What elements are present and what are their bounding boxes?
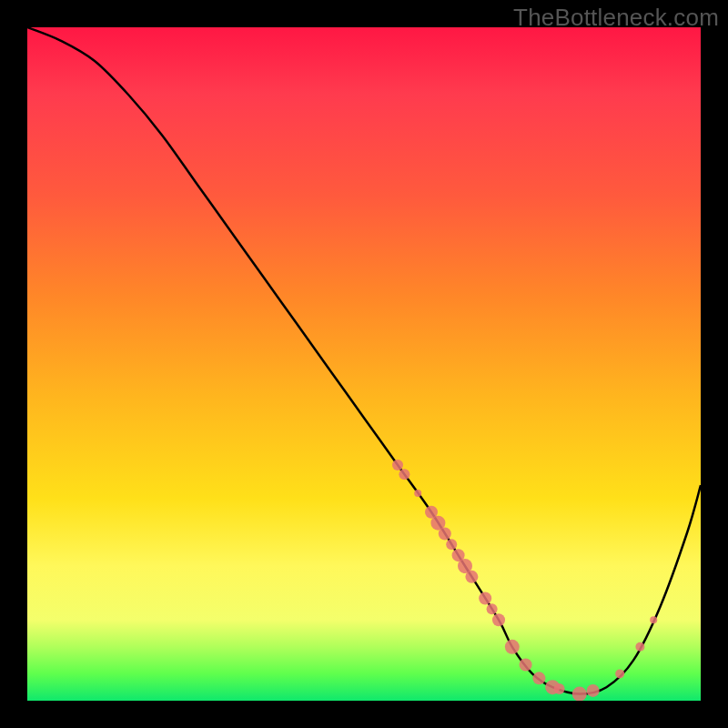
highlight-point xyxy=(520,659,532,672)
chart-container: TheBottleneck.com xyxy=(0,0,728,728)
highlight-point xyxy=(554,683,565,694)
highlight-point xyxy=(532,672,545,684)
highlight-point xyxy=(392,460,403,470)
highlight-point xyxy=(487,603,498,614)
highlight-point xyxy=(414,490,421,497)
highlight-point xyxy=(572,687,587,701)
highlight-point xyxy=(587,684,600,697)
plot-area xyxy=(27,27,701,701)
highlight-point xyxy=(479,592,491,605)
highlight-point xyxy=(635,642,644,652)
highlight-point xyxy=(465,571,478,583)
highlight-point xyxy=(615,669,624,678)
curve-svg xyxy=(27,27,701,701)
highlight-point xyxy=(650,616,657,623)
highlight-point xyxy=(446,539,457,550)
watermark-text: TheBottleneck.com xyxy=(513,4,719,32)
highlight-point xyxy=(505,640,520,654)
highlight-point xyxy=(439,527,451,540)
highlight-points-group xyxy=(392,460,657,701)
highlight-point xyxy=(399,469,410,480)
highlight-point xyxy=(492,613,505,626)
bottleneck-curve xyxy=(27,27,701,694)
